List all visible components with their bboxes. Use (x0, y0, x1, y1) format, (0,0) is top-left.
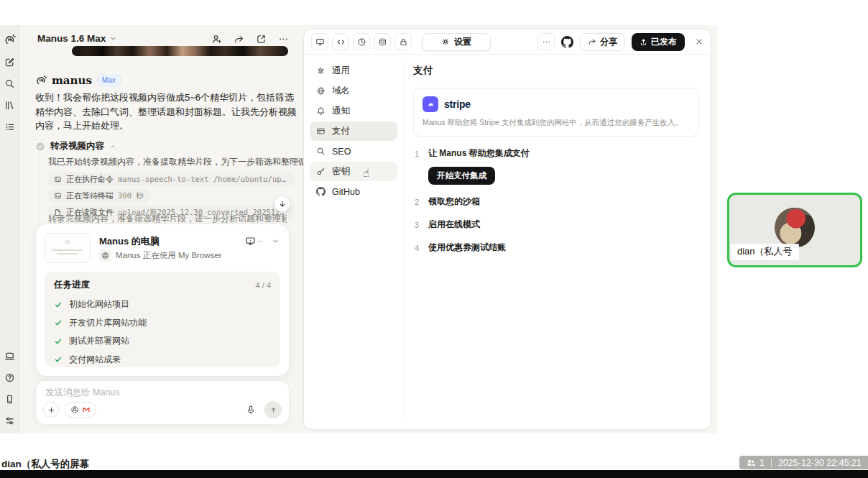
lock-icon[interactable] (394, 33, 412, 50)
chevron-up-icon[interactable] (109, 143, 116, 150)
timestamp: 2025-12-30 22:45:21 (778, 458, 862, 468)
nav-item-secrets[interactable]: 密钥 (310, 162, 397, 181)
video-attachment-preview[interactable] (72, 46, 288, 56)
nav-item-notifications[interactable]: 通知 (310, 101, 397, 121)
nav-item-payments[interactable]: 支付 (310, 121, 397, 141)
manus-logo-icon[interactable] (4, 34, 16, 46)
gear-icon (441, 37, 450, 46)
provider-name: stripe (444, 98, 471, 110)
viewers-icon (746, 458, 756, 468)
agent-name: manus (52, 74, 92, 87)
scroll-to-bottom-button[interactable] (274, 196, 290, 212)
activity-chip[interactable]: 正在执行命令 manus-speech-to-text /home/ubuntu… (48, 173, 294, 186)
new-chat-icon[interactable] (4, 57, 15, 68)
message-composer[interactable] (35, 380, 290, 425)
arrow-down-icon (278, 200, 287, 208)
laptop-icon[interactable] (4, 351, 15, 362)
database-icon[interactable] (374, 33, 391, 50)
chat-panel: Manus 1.6 Max manus Max 收到！我会帮你把这段视频内容做成… (21, 25, 302, 433)
browser-connector-icon (70, 405, 79, 414)
settings-tab-button[interactable]: 设置 (422, 33, 491, 51)
nav-item-general[interactable]: 通用 (310, 61, 397, 81)
monitor-icon (245, 236, 256, 247)
send-button[interactable] (264, 401, 282, 418)
task-label: 测试并部署网站 (69, 335, 129, 347)
search-icon[interactable] (4, 78, 15, 89)
manus-avatar-icon (35, 75, 47, 86)
browser-thumbnail[interactable] (45, 233, 91, 263)
nav-divider (404, 61, 405, 419)
terminal-icon (54, 192, 62, 200)
nav-item-github[interactable]: GitHub (310, 182, 397, 201)
manus-app-window: Manus 1.6 Max manus Max 收到！我会帮你把这段视频内容做成… (0, 25, 717, 433)
clock-icon[interactable] (353, 33, 370, 50)
chevron-down-icon (257, 239, 263, 244)
key-icon (316, 167, 326, 176)
task-item: 初始化网站项目 (54, 295, 271, 314)
message-input[interactable] (45, 387, 280, 397)
browser-badge-icon (99, 249, 111, 262)
avatar (775, 208, 815, 248)
upload-icon (640, 38, 647, 46)
task-item: 测试并部署网站 (54, 332, 271, 351)
voice-input-button[interactable] (246, 405, 256, 415)
screen-share-status-badge: 1 2025-12-30 22:45:21 (739, 456, 868, 469)
shared-screen-label: dian（私人号的屏幕 (1, 458, 89, 471)
library-icon[interactable] (4, 100, 15, 111)
step-number: 3 (413, 221, 420, 229)
step-title: 转录视频内容 (50, 140, 104, 152)
step-description: 我已开始转录视频内容，准备提取精华片段，为下一步筛选和整理做准备。 (48, 156, 333, 168)
help-circle-icon[interactable] (4, 372, 15, 383)
payment-steps: 1 让 Manus 帮助您集成支付 开始支付集成 2 领取您的沙箱 3 启用在线… (413, 147, 699, 254)
check-icon (54, 355, 63, 364)
more-icon[interactable] (278, 34, 289, 45)
close-panel-button[interactable] (695, 37, 703, 46)
share-label: 分享 (600, 36, 617, 48)
check-icon (54, 318, 63, 327)
nav-label: 密钥 (332, 165, 350, 178)
published-button[interactable]: 已发布 (632, 33, 685, 51)
share-forward-icon[interactable] (234, 34, 244, 45)
task-label: 开发切片库网站功能 (69, 317, 147, 329)
computer-status: Manus 正在使用 My Browser (116, 250, 222, 261)
gmail-connector-icon (82, 405, 91, 414)
activity-chip[interactable]: 正在等待终端 300 秒 (48, 189, 149, 203)
step-item: 3 启用在线模式 (413, 219, 699, 231)
nav-item-seo[interactable]: SEO (310, 142, 397, 161)
collapse-card-button[interactable] (272, 237, 280, 245)
settings-nav: 通用 域名 通知 支付 SEO 密钥 (310, 61, 397, 202)
webcam-tile[interactable]: dian（私人号 (727, 193, 862, 267)
computer-card-title: Manus 的电脑 (99, 235, 160, 248)
nav-label: 域名 (332, 85, 350, 97)
manus-computer-card[interactable]: Manus 的电脑 Manus 正在使用 My Browser 任务进度 4 /… (35, 224, 290, 377)
sliders-icon[interactable] (4, 415, 15, 426)
session-title-dropdown[interactable]: Manus 1.6 Max (37, 33, 117, 44)
payments-content: 支付 stripe Manus 帮助您将 Stripe 支付集成到您的网站中，从… (413, 60, 699, 254)
attach-button[interactable] (43, 402, 59, 418)
phone-icon[interactable] (4, 394, 15, 405)
stripe-provider-card[interactable]: stripe Manus 帮助您将 Stripe 支付集成到您的网站中，从而通过… (413, 88, 699, 137)
invite-user-icon[interactable] (211, 34, 222, 45)
activity-detail: manus-speech-to-text /home/ubuntu/upload… (118, 175, 288, 185)
left-rail (0, 25, 20, 433)
share-button[interactable]: 分享 (580, 33, 625, 51)
task-item: 交付网站成果 (54, 351, 271, 369)
step-label: 启用在线模式 (428, 219, 480, 231)
nav-item-domain[interactable]: 域名 (310, 81, 397, 101)
nav-label: 通知 (332, 105, 350, 117)
nav-label: 支付 (332, 125, 350, 137)
bottom-black-bar (0, 470, 868, 478)
github-icon (316, 187, 326, 196)
activity-label: 正在等待终端 (66, 190, 114, 201)
start-payment-integration-button[interactable]: 开始支付集成 (428, 167, 495, 185)
code-icon[interactable] (332, 33, 349, 50)
preview-monitor-icon[interactable] (311, 33, 328, 50)
display-mode-dropdown[interactable] (245, 236, 263, 247)
connectors-button[interactable] (65, 402, 96, 418)
task-item: 开发切片库网站功能 (54, 314, 271, 333)
more-options-button[interactable] (537, 33, 555, 50)
tasks-icon[interactable] (4, 121, 15, 132)
step-item: 1 让 Manus 帮助您集成支付 (413, 147, 699, 160)
github-icon[interactable] (561, 36, 573, 48)
open-window-icon[interactable] (256, 34, 267, 45)
